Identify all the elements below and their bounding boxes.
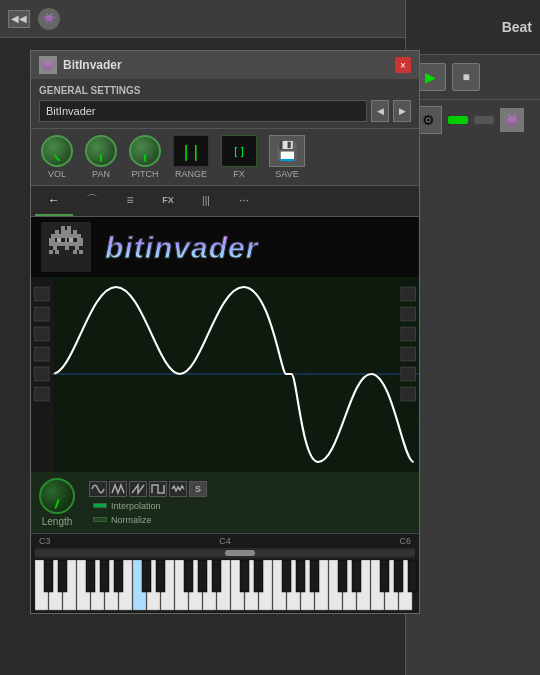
nav-prev-button[interactable]: ◀◀ <box>8 10 30 28</box>
beat-label: Beat <box>502 19 532 35</box>
scrollbar-thumb[interactable] <box>225 550 255 556</box>
plugin-content: bitinvader <box>31 217 419 613</box>
svg-rect-86 <box>394 560 403 592</box>
wave-tri-btn[interactable] <box>109 481 127 497</box>
svg-text:bitinvader: bitinvader <box>105 231 260 264</box>
svg-rect-0 <box>61 226 65 230</box>
app-logo: 👾 <box>38 8 60 30</box>
play-icon: ▶ <box>425 69 436 85</box>
svg-rect-18 <box>79 250 83 254</box>
piano-labels: C3 C4 C6 <box>31 534 419 548</box>
piano-keys[interactable]: // Rendered inline as rects <box>35 560 418 612</box>
wave-saw-btn[interactable] <box>129 481 147 497</box>
tab-env[interactable]: ⌒ <box>73 186 111 216</box>
vol-label: VOL <box>48 169 66 179</box>
svg-rect-29 <box>34 287 49 301</box>
preset-row: ◀ ▶ <box>39 100 411 122</box>
svg-rect-14 <box>75 246 79 250</box>
svg-rect-69 <box>58 560 67 592</box>
piano-label-c6: C6 <box>399 536 411 546</box>
pitch-knob[interactable] <box>129 135 161 167</box>
dash-indicator <box>474 116 494 124</box>
waveform-display[interactable] <box>31 277 419 472</box>
right-panel: Beat ▶ ■ ⚙ 👾 <box>405 0 540 675</box>
alien-icon: 👾 <box>500 108 524 132</box>
save-label: SAVE <box>275 169 298 179</box>
save-group: 💾 SAVE <box>269 135 305 179</box>
wave-square-btn[interactable] <box>149 481 167 497</box>
fx-label: FX <box>233 169 245 179</box>
svg-rect-84 <box>352 560 361 592</box>
save-button[interactable]: 💾 <box>269 135 305 167</box>
svg-rect-40 <box>401 387 416 401</box>
svg-rect-9 <box>69 238 73 242</box>
svg-rect-85 <box>380 560 389 592</box>
wave-noise-btn[interactable] <box>169 481 187 497</box>
pan-knob[interactable] <box>85 135 117 167</box>
svg-rect-76 <box>198 560 207 592</box>
tab-more[interactable]: ··· <box>225 186 263 216</box>
pan-label: PAN <box>92 169 110 179</box>
range-display[interactable]: || <box>173 135 209 167</box>
plugin-close-button[interactable]: × <box>395 57 411 73</box>
svg-rect-6 <box>49 238 55 242</box>
pan-knob-indicator <box>100 154 102 162</box>
svg-rect-74 <box>156 560 165 592</box>
general-settings: GENERAL SETTINGS ◀ ▶ <box>31 79 419 129</box>
piano-scrollbar[interactable] <box>35 548 415 558</box>
svg-rect-75 <box>184 560 193 592</box>
controls-row: VOL PAN PITCH || RANGE <box>31 129 419 186</box>
wave-smooth-btn[interactable]: S <box>189 481 207 497</box>
bi-title: bitinvader <box>103 220 333 274</box>
svg-rect-83 <box>338 560 347 592</box>
wave-sine-btn[interactable] <box>89 481 107 497</box>
svg-rect-15 <box>49 250 53 254</box>
vol-knob-group: VOL <box>41 135 73 179</box>
range-label: RANGE <box>175 169 207 179</box>
waveform-shape-buttons: S <box>89 481 207 497</box>
svg-rect-5 <box>51 234 81 238</box>
svg-rect-39 <box>401 367 416 381</box>
plugin-title-left: 👾 BitInvader <box>39 56 122 74</box>
bottom-controls: Length <box>31 472 419 533</box>
svg-rect-70 <box>86 560 95 592</box>
svg-rect-81 <box>296 560 305 592</box>
main-area: ◀◀ 👾 👾 BitInvader × GENERAL SETTINGS ◀ ▶ <box>0 0 405 675</box>
length-knob[interactable] <box>39 478 75 514</box>
pan-knob-group: PAN <box>85 135 117 179</box>
vol-knob-indicator <box>54 154 61 161</box>
preset-prev-button[interactable]: ◀ <box>371 100 389 122</box>
pitch-label: PITCH <box>132 169 159 179</box>
fx-display[interactable]: [] <box>221 135 257 167</box>
preset-name-input[interactable] <box>39 100 367 122</box>
svg-rect-38 <box>401 347 416 361</box>
svg-rect-4 <box>73 230 77 234</box>
svg-rect-12 <box>53 246 57 250</box>
tab-fx[interactable]: FX <box>149 186 187 216</box>
pitch-knob-group: PITCH <box>129 135 161 179</box>
green-indicator <box>448 116 468 124</box>
plugin-title: BitInvader <box>63 58 122 72</box>
tab-bar: ← ⌒ ≡ FX ||| ··· <box>31 186 419 217</box>
normalize-label: Normalize <box>111 515 152 525</box>
piano-container: C3 C4 C6 // Rendered inline as rects <box>31 533 419 613</box>
vol-knob[interactable] <box>41 135 73 167</box>
svg-rect-72 <box>114 560 123 592</box>
svg-rect-68 <box>44 560 53 592</box>
length-label: Length <box>42 516 73 527</box>
preset-next-button[interactable]: ▶ <box>393 100 411 122</box>
interpolation-led[interactable] <box>93 503 107 508</box>
tab-chord[interactable]: ≡ <box>111 186 149 216</box>
tab-back[interactable]: ← <box>35 186 73 216</box>
range-group: || RANGE <box>173 135 209 179</box>
interpolation-label: Interpolation <box>111 501 161 511</box>
scrollbar-track <box>35 550 415 556</box>
gear-icon: ⚙ <box>422 112 435 128</box>
stop-button[interactable]: ■ <box>452 63 480 91</box>
normalize-row: Normalize <box>93 515 207 525</box>
svg-rect-17 <box>73 250 77 254</box>
svg-rect-80 <box>282 560 291 592</box>
normalize-led[interactable] <box>93 517 107 522</box>
tab-midi[interactable]: ||| <box>187 186 225 216</box>
svg-rect-32 <box>34 347 49 361</box>
